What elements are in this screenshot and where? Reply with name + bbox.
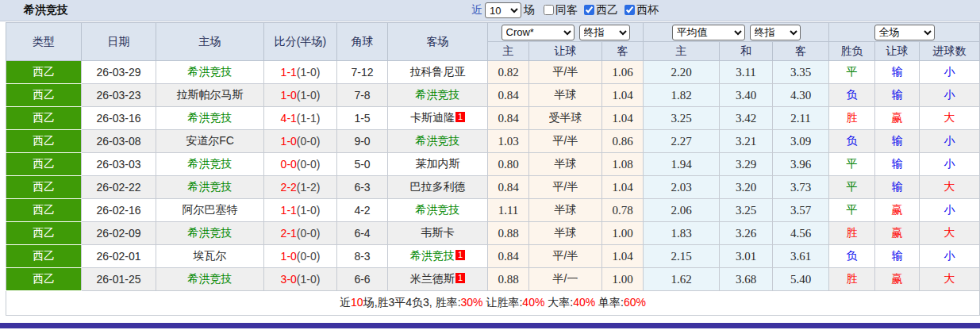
- avg-away-odds: 4.56: [773, 222, 829, 245]
- avg-away-odds: 3.61: [773, 245, 829, 268]
- away-team: 巴拉多利德: [388, 176, 488, 199]
- table-row: 西乙 26-01-25 希洪竞技 3-0(1-0) 6-6 米兰德斯1 0.88…: [6, 268, 980, 291]
- table-row: 西乙 26-02-01 埃瓦尔 1-0(0-0) 8-3 希洪竞技1 0.84 …: [6, 245, 980, 268]
- crow-home-odds: 0.88: [488, 268, 529, 291]
- result-wdl: 平: [829, 199, 875, 222]
- score-cell: 0-0(0-0): [264, 153, 337, 176]
- summary-segment: 让胜率:: [483, 296, 523, 309]
- league-badge: 西乙: [6, 176, 82, 199]
- score-cell: 2-1(0-0): [264, 222, 337, 245]
- subcol-avg-home: 主: [644, 42, 720, 61]
- result-goals: 大: [920, 268, 980, 291]
- crow-away-odds: 0.78: [602, 199, 644, 222]
- avg-away-odds: 3.35: [773, 61, 829, 84]
- score-cell: 4-1(1-1): [264, 107, 337, 130]
- result-wdl: 胜: [829, 222, 875, 245]
- crow-handicap: 平/半: [529, 245, 602, 268]
- summary-segment: 40%: [522, 296, 544, 309]
- crow-handicap: 半球: [529, 153, 602, 176]
- avg-home-odds: 1.83: [644, 222, 720, 245]
- corners-cell: 9-0: [337, 130, 388, 153]
- table-row: 西乙 26-03-08 安道尔FC 1-0(0-0) 9-0 希洪竞技 1.03…: [6, 130, 980, 153]
- avg-home-odds: 2.20: [644, 61, 720, 84]
- subcol-result-handicap: 让球: [875, 42, 920, 61]
- bookmaker-select[interactable]: Crow*: [502, 25, 575, 40]
- summary-segment: 60%: [624, 296, 646, 309]
- crow-home-odds: 0.84: [488, 84, 529, 107]
- league-badge: 西乙: [6, 222, 82, 245]
- filter-checkbox-西杯[interactable]: [625, 5, 635, 15]
- result-wdl: 负: [829, 130, 875, 153]
- summary-segment: 近: [340, 296, 351, 309]
- away-team: 希洪竞技: [388, 84, 488, 107]
- avg-draw-odds: 3.01: [720, 245, 773, 268]
- team-title: 希洪竞技: [24, 3, 68, 17]
- table-row: 西乙 26-03-03 希洪竞技 0-0(0-0) 5-0 莱加内斯 0.80 …: [6, 153, 980, 176]
- match-date: 26-01-25: [82, 268, 156, 291]
- avg-away-odds: 2.11: [773, 107, 829, 130]
- match-date: 26-02-09: [82, 222, 156, 245]
- summary-row: 近10场,胜3平4负3, 胜率:30% 让胜率:40% 大率:40% 单率:60…: [6, 291, 980, 316]
- corners-cell: 4-2: [337, 199, 388, 222]
- crow-home-odds: 1.11: [488, 199, 529, 222]
- filter-checkbox-西乙[interactable]: [584, 5, 594, 15]
- away-team: 莱加内斯: [388, 153, 488, 176]
- result-handicap: 输: [875, 176, 920, 199]
- crow-away-odds: 1.04: [602, 107, 644, 130]
- result-wdl: 胜: [829, 107, 875, 130]
- col-header-type: 类型: [6, 23, 82, 61]
- result-goals: 小: [920, 130, 980, 153]
- avg-draw-odds: 3.42: [720, 107, 773, 130]
- col-header-home: 主场: [156, 23, 264, 61]
- result-goals: 小: [920, 61, 980, 84]
- col-header-away: 客场: [388, 23, 488, 61]
- crow-handicap: 受半球: [529, 107, 602, 130]
- result-goals: 大: [920, 222, 980, 245]
- match-date: 26-03-08: [82, 130, 156, 153]
- bottom-divider-bar: [0, 323, 980, 328]
- home-team: 希洪竞技: [156, 107, 264, 130]
- average-odds-stage-select[interactable]: 终指: [750, 25, 801, 40]
- crow-home-odds: 0.82: [488, 61, 529, 84]
- result-handicap: 赢: [875, 268, 920, 291]
- away-team: 希洪竞技: [388, 130, 488, 153]
- match-count-select[interactable]: 10: [485, 2, 521, 18]
- matches-table: 类型 日期 主场 比分(半场) 角球 客场 Crow*终指 平均值终指 全场 主…: [6, 22, 980, 316]
- result-handicap: 输: [875, 61, 920, 84]
- avg-home-odds: 2.06: [644, 199, 720, 222]
- corners-cell: 1-5: [337, 107, 388, 130]
- table-row: 西乙 26-03-16 希洪竞技 4-1(1-1) 1-5 卡斯迪隆1 0.84…: [6, 107, 980, 130]
- crow-away-odds: 1.08: [602, 153, 644, 176]
- average-select[interactable]: 平均值: [672, 25, 745, 40]
- result-goals: 小: [920, 245, 980, 268]
- league-badge: 西乙: [6, 153, 82, 176]
- avg-away-odds: 3.96: [773, 153, 829, 176]
- home-team: 拉斯帕尔马斯: [156, 84, 264, 107]
- score-cell: 1-0(0-0): [264, 130, 337, 153]
- bookmaker-odds-stage-select[interactable]: 终指: [579, 25, 630, 40]
- subcol-avg-draw: 和: [720, 42, 773, 61]
- avg-draw-odds: 3.40: [720, 84, 773, 107]
- corners-cell: 6-3: [337, 176, 388, 199]
- league-filter-checkboxes: 同客西乙西杯: [537, 3, 659, 17]
- avg-away-odds: 3.73: [773, 176, 829, 199]
- match-date: 26-03-16: [82, 107, 156, 130]
- result-goals: 小: [920, 153, 980, 176]
- result-wdl: 平: [829, 61, 875, 84]
- filter-checkbox-同客[interactable]: [544, 5, 554, 15]
- avg-away-odds: 4.30: [773, 84, 829, 107]
- fulltime-select[interactable]: 全场: [874, 25, 935, 40]
- avg-home-odds: 1.82: [644, 84, 720, 107]
- subcol-result-goals: 进球数: [920, 42, 980, 61]
- avg-home-odds: 2.15: [644, 245, 720, 268]
- away-team: 米兰德斯1: [388, 268, 488, 291]
- match-date: 26-02-22: [82, 176, 156, 199]
- result-handicap: 赢: [875, 107, 920, 130]
- filter-label: 同客: [555, 3, 578, 16]
- avg-draw-odds: 3.25: [720, 199, 773, 222]
- summary-segment: 40%: [573, 296, 595, 309]
- col-header-corners: 角球: [337, 23, 388, 61]
- crow-handicap: 平/半: [529, 61, 602, 84]
- home-team: 埃瓦尔: [156, 245, 264, 268]
- result-handicap: 输: [875, 153, 920, 176]
